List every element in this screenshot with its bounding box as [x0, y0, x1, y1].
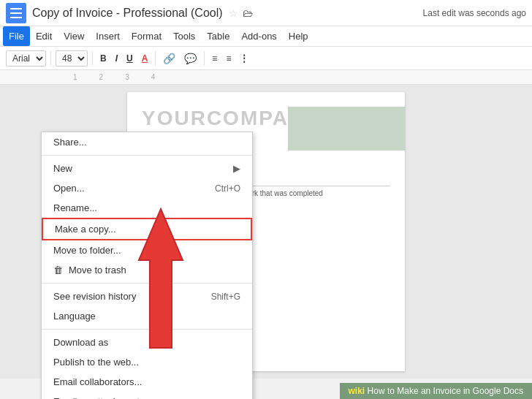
watermark: wiki How to Make an Invoice in Google Do… — [340, 383, 532, 399]
watermark-wiki: wiki — [349, 386, 365, 396]
doc-gray-box — [288, 107, 405, 151]
italic-button[interactable]: I — [113, 52, 121, 65]
menu-separator-2 — [42, 283, 252, 284]
menu-table[interactable]: Table — [201, 26, 235, 46]
open-shortcut: Ctrl+O — [215, 183, 240, 194]
hamburger-menu-icon[interactable] — [6, 3, 26, 23]
ruler: 1 2 3 4 — [0, 70, 532, 85]
menu-item-new[interactable]: New ▶ — [42, 159, 252, 178]
menu-edit[interactable]: Edit — [30, 26, 58, 46]
menu-help[interactable]: Help — [283, 26, 314, 46]
menu-item-share[interactable]: Share... — [42, 132, 252, 152]
more-button[interactable]: ⋮ — [237, 52, 251, 65]
menu-file[interactable]: File — [3, 26, 30, 46]
star-icon[interactable]: ☆ — [229, 7, 238, 19]
menu-item-language[interactable]: Language — [42, 306, 252, 326]
menu-item-download[interactable]: Download as — [42, 332, 252, 352]
menu-item-open[interactable]: Open... Ctrl+O — [42, 178, 252, 198]
menu-item-move-trash[interactable]: 🗑 Move to trash — [42, 260, 252, 280]
menu-item-move-folder[interactable]: Move to folder... — [42, 240, 252, 260]
menu-item-email-collaborators[interactable]: Email collaborators... — [42, 372, 252, 392]
watermark-text: How to Make an Invoice in Google Docs — [368, 386, 523, 396]
menu-item-rename[interactable]: Rename... — [42, 198, 252, 218]
new-arrow-icon: ▶ — [233, 163, 240, 174]
menu-separator-3 — [42, 329, 252, 330]
toolbar-divider-4 — [204, 51, 205, 66]
menu-view[interactable]: View — [58, 26, 90, 46]
folder-icon[interactable]: 🗁 — [243, 7, 253, 19]
top-bar: Copy of Invoice - Professional (Cool) ☆ … — [0, 0, 532, 26]
menu-insert[interactable]: Insert — [90, 26, 126, 46]
menu-item-publish[interactable]: Publish to the web... — [42, 352, 252, 372]
align-center-button[interactable]: ≡ — [223, 52, 234, 65]
ruler-mark-4: 4 — [151, 73, 156, 81]
align-left-button[interactable]: ≡ — [209, 52, 220, 65]
menu-format[interactable]: Format — [126, 26, 167, 46]
trash-icon: 🗑 — [53, 265, 63, 276]
underline-button[interactable]: U — [123, 52, 136, 65]
ruler-mark-3: 3 — [125, 73, 129, 81]
last-edit-label: Last edit was seconds ago — [423, 8, 526, 18]
font-color-button[interactable]: A — [139, 52, 151, 65]
menu-item-revision[interactable]: See revision history Shift+G — [42, 286, 252, 306]
menu-addons[interactable]: Add-ons — [235, 26, 282, 46]
font-family-select[interactable]: Arial — [6, 50, 46, 66]
menu-item-email-attachment[interactable]: Email as attachment... — [42, 392, 252, 399]
file-dropdown-menu: Share... New ▶ Open... Ctrl+O Rename... … — [41, 132, 253, 399]
toolbar-divider-3 — [155, 51, 156, 66]
ruler-mark-2: 2 — [99, 73, 104, 81]
menu-tools[interactable]: Tools — [167, 26, 201, 46]
menu-item-make-copy[interactable]: Make a copy... — [42, 218, 252, 240]
font-size-select[interactable]: 48 — [56, 50, 88, 66]
doc-title: Copy of Invoice - Professional (Cool) — [32, 7, 223, 20]
link-button[interactable]: 🔗 — [160, 51, 178, 66]
toolbar: Arial 48 B I U A 🔗 💬 ≡ ≡ ⋮ — [0, 47, 532, 70]
toolbar-divider-1 — [50, 51, 51, 66]
bold-button[interactable]: B — [97, 52, 110, 65]
ruler-mark-1: 1 — [73, 73, 77, 81]
menu-bar: File Edit View Insert Format Tools Table… — [0, 26, 532, 47]
revision-shortcut: Shift+G — [211, 292, 240, 302]
toolbar-divider-2 — [92, 51, 93, 66]
comment-button[interactable]: 💬 — [181, 51, 200, 66]
main-content: YOURCOMPAN 012 RIPTION OF WORK number on… — [0, 85, 532, 379]
menu-separator-1 — [42, 155, 252, 156]
